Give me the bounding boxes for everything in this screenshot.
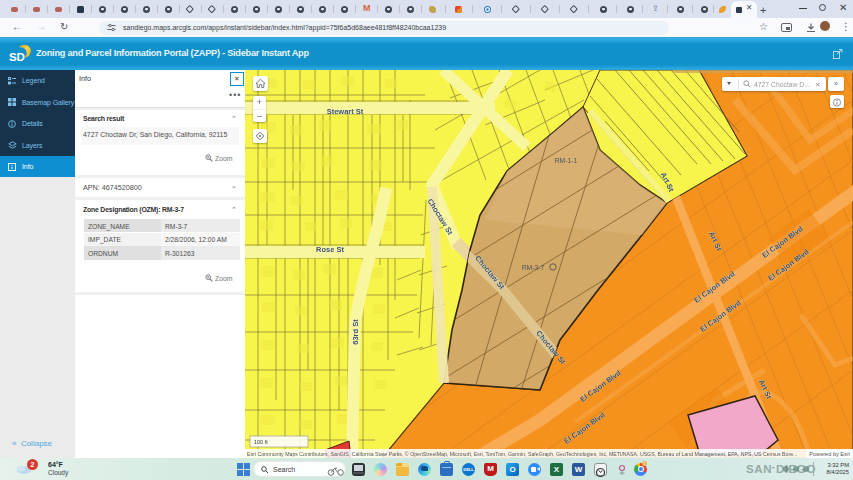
svg-text:Rose St: Rose St [316, 245, 344, 254]
svg-text:SD: SD [9, 51, 25, 63]
svg-text:100 ft: 100 ft [254, 439, 268, 445]
svg-text:RM-1-1: RM-1-1 [555, 157, 578, 164]
svg-text:Stewart St: Stewart St [327, 107, 364, 116]
svg-text:63rd St: 63rd St [351, 319, 360, 345]
svg-text:RM-3-7: RM-3-7 [522, 264, 545, 271]
